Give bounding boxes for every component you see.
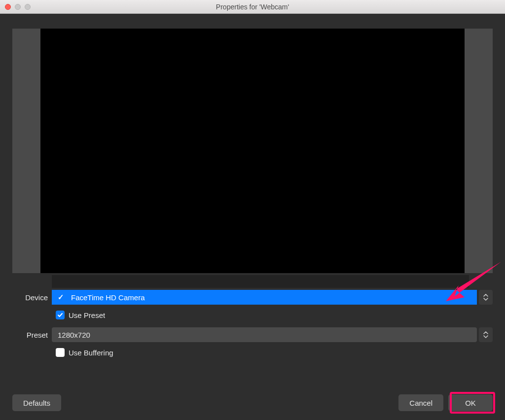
device-select-value: FaceTime HD Camera [71, 293, 144, 302]
preset-row: Preset 1280x720 [12, 327, 493, 342]
chevron-up-icon [483, 331, 488, 334]
defaults-button[interactable]: Defaults [12, 394, 61, 411]
preset-select-value: 1280x720 [58, 331, 90, 339]
checkmark-icon [57, 312, 63, 318]
dialog-content: Device ✓ FaceTime HD Camera Use Preset P… [0, 14, 505, 420]
preset-select-stepper[interactable] [479, 327, 493, 342]
video-preview [40, 29, 465, 273]
window-traffic-lights [0, 4, 31, 10]
use-buffering-row: Use Buffering [56, 348, 493, 357]
video-preview-container [12, 29, 493, 273]
use-preset-row: Use Preset [56, 311, 493, 319]
use-buffering-label: Use Buffering [69, 349, 113, 357]
use-buffering-checkbox[interactable] [56, 348, 65, 357]
cancel-button[interactable]: Cancel [398, 394, 443, 411]
use-preset-checkbox[interactable] [56, 311, 65, 319]
dialog-footer: Defaults Cancel OK [12, 394, 493, 411]
device-select-stepper[interactable] [479, 290, 493, 305]
check-icon: ✓ [58, 293, 64, 302]
preset-label: Preset [12, 331, 52, 339]
properties-form: Device ✓ FaceTime HD Camera Use Preset P… [12, 290, 493, 357]
device-select[interactable]: ✓ FaceTime HD Camera [52, 290, 477, 305]
preview-shadow [52, 275, 469, 288]
window-zoom-button[interactable] [25, 4, 31, 10]
window-minimize-button[interactable] [15, 4, 21, 10]
device-label: Device [12, 293, 52, 302]
window-title: Properties for 'Webcam' [0, 3, 505, 11]
window-titlebar: Properties for 'Webcam' [0, 0, 505, 14]
chevron-down-icon [483, 335, 488, 338]
use-preset-label: Use Preset [69, 311, 105, 319]
window-close-button[interactable] [5, 4, 11, 10]
chevron-up-icon [483, 294, 488, 297]
preset-select[interactable]: 1280x720 [52, 327, 477, 342]
device-row: Device ✓ FaceTime HD Camera [12, 290, 493, 305]
chevron-down-icon [483, 298, 488, 301]
ok-button[interactable]: OK [448, 394, 493, 411]
